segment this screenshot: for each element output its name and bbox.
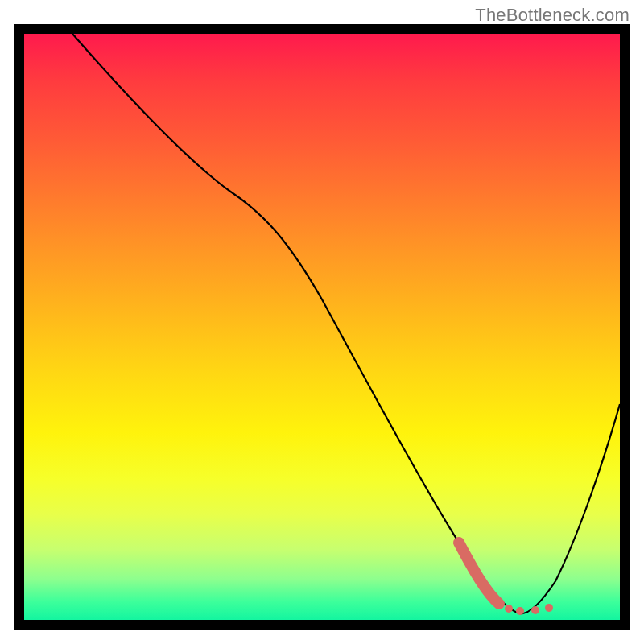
chart-container: TheBottleneck.com xyxy=(0,0,644,644)
plot-area xyxy=(24,34,620,620)
svg-point-1 xyxy=(516,607,524,615)
highlight-dots xyxy=(505,604,553,615)
plot-frame xyxy=(14,24,630,630)
svg-point-0 xyxy=(505,605,513,613)
svg-point-3 xyxy=(545,604,553,612)
curve-svg xyxy=(24,34,620,620)
bottleneck-curve xyxy=(72,34,620,613)
highlight-segment xyxy=(459,543,499,604)
watermark-text: TheBottleneck.com xyxy=(475,5,630,26)
svg-point-2 xyxy=(531,606,539,614)
